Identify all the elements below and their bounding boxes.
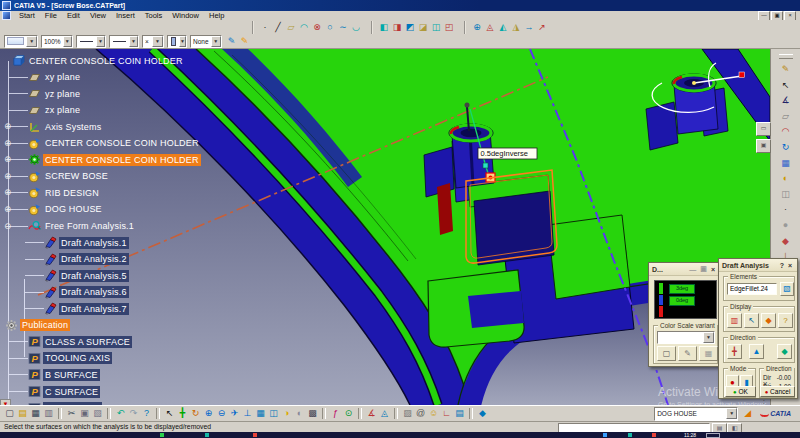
quick-display-button[interactable]: ◆	[761, 313, 776, 328]
restore-icon[interactable]: ▣	[698, 265, 709, 273]
fly-mode-icon[interactable]: ✈	[228, 407, 241, 420]
circle-icon[interactable]: ○	[324, 21, 336, 34]
tree-item-axis-systems[interactable]: ⊕Axis Systems	[0, 119, 270, 134]
undo-icon[interactable]: ↶	[114, 407, 127, 420]
taskbar-app-icon[interactable]	[628, 433, 632, 437]
tree-item-class-a-surface[interactable]: CLASS A SURFACE	[0, 334, 270, 349]
sphere-display-icon[interactable]: ●	[778, 219, 794, 232]
view-mode-icon[interactable]: ▩	[306, 407, 319, 420]
scale-upper-limit[interactable]: 3deg	[669, 284, 695, 294]
tree-item-label[interactable]: CENTER CONSOLE COIN HOLDER	[43, 137, 201, 149]
tree-item-zx-plane[interactable]: zx plane	[0, 103, 270, 118]
taskbar-app-icon[interactable]	[160, 433, 164, 437]
expand-icon[interactable]: ⊕	[2, 138, 13, 149]
split-icon[interactable]: ◬	[484, 21, 496, 34]
taskbar-tray-icon[interactable]	[706, 433, 720, 438]
menu-tools[interactable]: Tools	[140, 11, 168, 20]
draft-analysis-dialog[interactable]: Draft Analysis ? × Elements EdgeFillet.2…	[718, 258, 798, 399]
tree-item-draft-analysis-7[interactable]: Draft Analysis.7	[0, 301, 270, 316]
chevron-down-icon[interactable]: ▼	[703, 332, 714, 343]
minimize-button[interactable]: —	[758, 11, 770, 21]
expand-icon[interactable]: ⊕	[2, 187, 13, 198]
lineweight-combo[interactable]: ▼	[109, 35, 139, 48]
light-effect-button[interactable]: ?	[778, 313, 793, 328]
docked-panel-button-2[interactable]: ▣	[756, 139, 771, 153]
edit-scale-button[interactable]: ✎	[678, 346, 697, 361]
people-icon[interactable]: ☺	[427, 407, 440, 420]
tree-item-label[interactable]: Draft Analysis.5	[59, 270, 129, 282]
line-icon[interactable]: ╱	[272, 21, 284, 34]
menu-window[interactable]: Window	[167, 11, 204, 20]
multi-view-icon[interactable]: ▦	[254, 407, 267, 420]
intersection-icon[interactable]: ⊗	[311, 21, 323, 34]
tree-item-label[interactable]: RIB DESIGN	[43, 187, 101, 199]
translate-icon[interactable]: →	[523, 21, 535, 34]
pan-icon[interactable]: ╋	[176, 407, 189, 420]
measure-item-icon[interactable]: ◬	[378, 407, 391, 420]
curve-analysis-icon[interactable]: ◠	[778, 125, 794, 138]
corner-icon[interactable]: ◡	[350, 21, 362, 34]
expand-icon[interactable]: ⊕	[2, 121, 13, 132]
ruler-icon[interactable]: ∟	[440, 407, 453, 420]
tree-item-label[interactable]: B SURFACE	[43, 369, 100, 381]
tree-item-draft-analysis-6[interactable]: Draft Analysis.6	[0, 285, 270, 300]
chevron-down-icon[interactable]: ▼	[726, 408, 737, 419]
boundary-icon[interactable]: ◮	[510, 21, 522, 34]
datum-point-icon[interactable]: ·	[778, 203, 794, 216]
tree-item-label[interactable]: Draft Analysis.2	[59, 253, 129, 265]
tree-item-b-surface[interactable]: B SURFACE	[0, 367, 270, 382]
annotations-icon[interactable]: ▨	[401, 407, 414, 420]
color-scale-display-button[interactable]: ▥	[727, 313, 742, 328]
tree-item-label[interactable]: C SURFACE	[43, 386, 100, 398]
document-icon[interactable]	[2, 11, 11, 20]
knowledge-advisor-icon[interactable]: ⊙	[342, 407, 355, 420]
tree-item-label[interactable]: yz plane	[43, 88, 82, 100]
tree-item-label[interactable]: CENTER CONSOLE COIN HOLDER	[27, 55, 185, 67]
tree-item-draft-analysis-1[interactable]: Draft Analysis.1	[0, 235, 270, 250]
zoom-in-icon[interactable]: ⊕	[202, 407, 215, 420]
point-icon[interactable]: ·	[259, 21, 271, 34]
tree-item-center-console-coin-holder[interactable]: ⊕CENTER CONSOLE COIN HOLDER	[0, 152, 270, 167]
tree-item-draft-analysis-5[interactable]: Draft Analysis.5	[0, 268, 270, 283]
hide-show-icon[interactable]: ◑	[280, 407, 293, 420]
new-document-icon[interactable]: ▢	[3, 407, 16, 420]
docked-panel-button-1[interactable]: ▭	[756, 122, 771, 136]
copy-icon[interactable]: ▣	[78, 407, 91, 420]
swap-visible-space-icon[interactable]: ◐	[293, 407, 306, 420]
tree-item-label[interactable]: Free Form Analysis.1	[43, 220, 136, 232]
tree-item-label[interactable]: SCREW BOSE	[43, 170, 110, 182]
catalog-icon[interactable]: ◆	[476, 407, 489, 420]
tree-item-label[interactable]: CENTER CONSOLE COIN HOLDER	[43, 154, 201, 166]
expand-icon[interactable]: ⊕	[2, 171, 13, 182]
compass-direction-button[interactable]: ╋	[727, 344, 742, 359]
expand-icon[interactable]: ⊕	[2, 154, 13, 165]
tree-item-c-surface[interactable]: C SURFACE	[0, 384, 270, 399]
zoom-combo[interactable]: 100%▼	[41, 35, 73, 48]
windows-taskbar[interactable]: 11:28	[0, 432, 800, 438]
shading-mode-icon[interactable]: ◐	[778, 172, 794, 185]
trim-icon[interactable]: ◭	[497, 21, 509, 34]
cancel-button[interactable]: ● Cancel	[760, 386, 795, 397]
taskbar-app-icon[interactable]	[652, 433, 656, 437]
fill-surface-icon[interactable]: ◪	[417, 21, 429, 34]
menu-file[interactable]: File	[40, 11, 62, 20]
restore-button[interactable]: ▣	[771, 11, 783, 21]
smart-pick-icon[interactable]: ∡	[778, 94, 794, 107]
close-icon[interactable]: ×	[786, 262, 794, 269]
lock-direction-button[interactable]: ◆	[777, 344, 792, 359]
help-icon[interactable]: ?	[778, 262, 786, 269]
on-the-fly-analysis-button[interactable]: ↖	[744, 313, 759, 328]
close-icon[interactable]: ×	[709, 266, 717, 273]
tree-item-label[interactable]: Axis Systems	[43, 121, 103, 133]
tree-item-label[interactable]: xy plane	[43, 71, 82, 83]
sweep-surface-icon[interactable]: ◩	[404, 21, 416, 34]
tree-item-draft-analysis-2[interactable]: Draft Analysis.2	[0, 252, 270, 267]
symbol-combo[interactable]: ×▼	[142, 35, 164, 48]
painter-icon[interactable]: ✎	[226, 35, 238, 48]
tree-item-center-console-coin-holder[interactable]: CENTER CONSOLE COIN HOLDER	[0, 53, 270, 68]
tree-item-center-console-coin-holder[interactable]: ⊕CENTER CONSOLE COIN HOLDER	[0, 136, 270, 151]
select-arrow-icon[interactable]: ↖	[163, 407, 176, 420]
close-button[interactable]: ×	[784, 11, 796, 21]
extrude-surface-icon[interactable]: ◧	[378, 21, 390, 34]
multi-result-icon[interactable]: ◫	[778, 188, 794, 201]
